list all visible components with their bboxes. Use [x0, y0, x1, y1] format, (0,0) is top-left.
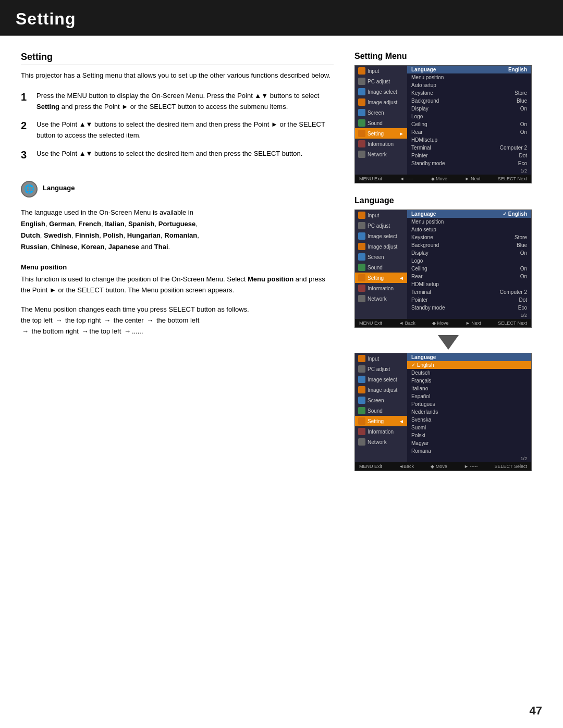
menu-item-input: Input: [355, 66, 407, 76]
input-icon: [358, 67, 365, 75]
sub-network-icon: [358, 438, 365, 446]
footer-back: ◄ -----: [400, 176, 413, 181]
menu-position-text2: The Menu position changes each time you …: [21, 304, 334, 315]
sub-imageadjust-icon: [358, 386, 365, 393]
sub-setting: Setting ◄: [355, 416, 407, 426]
right-item-menuposition: Menu position: [407, 73, 531, 81]
right-item-terminal: TerminalComputer 2: [407, 144, 531, 152]
sub-imageselect: Image select: [355, 374, 407, 385]
lang-menu-footer: MENU Exit ◄ Back ◆ Move ► Next SELECT Ne…: [355, 319, 531, 327]
lang-setting: Setting ◄: [355, 273, 407, 283]
language-romanian: Romanian: [164, 231, 197, 239]
pcadjust-icon: [358, 78, 365, 85]
menu-item-screen: Screen: [355, 107, 407, 118]
lang-portugues: Portugues: [407, 400, 531, 408]
language-chinese: Chinese: [51, 243, 78, 251]
lang-menu-right: Language ✓ English Menu position Auto se…: [407, 210, 531, 319]
language-icon-section: 🌐 Language: [21, 177, 334, 202]
lang-espanol: Español: [407, 392, 531, 400]
lang-nederlands: Nederlands: [407, 408, 531, 416]
lang-imageadjust-icon: [358, 243, 365, 250]
footer-move: ◆ Move: [431, 176, 448, 181]
lang-svenska: Svenska: [407, 416, 531, 424]
language-russian: Russian: [21, 243, 47, 251]
lang-sound: Sound: [355, 262, 407, 273]
sub-information-icon: [358, 428, 365, 435]
right-item-hdmi: HDMIsetup: [407, 136, 531, 144]
lang-imageadjust: Image adjust: [355, 241, 407, 252]
lang-francais: Français: [407, 377, 531, 385]
setting-icon: [358, 130, 365, 137]
lang-sound-icon: [358, 264, 365, 271]
information-icon: [358, 140, 365, 147]
lang-screen: Screen: [355, 252, 407, 262]
menu-item-setting: Setting ►: [355, 128, 407, 139]
lang-screen-icon: [358, 253, 365, 261]
information-label: Information: [368, 141, 394, 147]
footer-next: ► Next: [465, 176, 481, 181]
lang-page-indicator: 1/2: [407, 312, 531, 319]
language-menu-screenshot: Input PC adjust Image select Image: [354, 209, 532, 328]
sub-information: Information: [355, 426, 407, 437]
lang-imageselect: Image select: [355, 231, 407, 241]
arrow-triangle: [438, 335, 459, 350]
step-2: 2 Use the Point ▲▼ buttons to select the…: [21, 119, 334, 141]
step-3-text: Use the Point ▲▼ buttons to select the d…: [36, 149, 302, 161]
menu-item-information: Information: [355, 139, 407, 149]
language-thai: Thai: [154, 243, 168, 251]
network-icon: [358, 151, 365, 158]
submenu-header: Language: [407, 353, 531, 361]
lang-setting-icon: [358, 274, 365, 281]
right-item-logo: Logo: [407, 113, 531, 120]
lang-information-icon: [358, 285, 365, 292]
setting-menu-title: Setting Menu: [354, 52, 542, 61]
right-item-keystone: KeystoneStore: [407, 89, 531, 97]
language-dutch: Dutch: [21, 231, 40, 239]
screen-label: Screen: [368, 110, 384, 116]
right-item-rear: RearOn: [407, 128, 531, 136]
lang-deutsch: Deutsch: [407, 369, 531, 377]
right-item-background: BackgroundBlue: [407, 97, 531, 105]
submenu-page-indicator: 1/2: [407, 455, 531, 462]
lang-menu-left: Input PC adjust Image select Image: [355, 210, 407, 319]
imageadjust-label: Image adjust: [368, 100, 397, 105]
step-2-num: 2: [21, 119, 31, 141]
step-2-text: Use the Point ▲▼ buttons to select the d…: [36, 119, 334, 141]
step-1: 1 Press the MENU button to display the O…: [21, 91, 334, 113]
sub-imageselect-icon: [358, 376, 365, 383]
language-italian: Italian: [105, 220, 125, 228]
lang-information: Information: [355, 283, 407, 293]
lang-input-icon: [358, 212, 365, 219]
lang-italiano: Italiano: [407, 385, 531, 392]
setting-menu-footer: MENU Exit ◄ ----- ◆ Move ► Next SELECT N…: [355, 175, 531, 183]
sound-label: Sound: [368, 120, 383, 126]
lang-network: Network: [355, 293, 407, 304]
language-polish: Polish: [103, 231, 124, 239]
step-1-text: Press the MENU button to display the On-…: [36, 91, 334, 113]
setting-arrow: ►: [399, 131, 404, 137]
language-icon: 🌐: [21, 181, 38, 198]
menu-position-text1: This function is used to change the posi…: [21, 274, 334, 296]
language-hungarian: Hungarian: [127, 231, 161, 239]
intro-text: This projector has a Setting menu that a…: [21, 70, 334, 81]
arrow-down: [354, 335, 542, 350]
language-swedish: Swedish: [44, 231, 71, 239]
language-english: English: [21, 220, 45, 228]
lang-setting-arrow: ◄: [399, 275, 404, 281]
lang-magyar: Magyar: [407, 439, 531, 447]
page-number: 47: [530, 704, 542, 718]
menu-position-flow: the top left → the top right → the cente…: [21, 315, 334, 337]
content-area: Setting This projector has a Setting men…: [0, 36, 563, 499]
input-label: Input: [368, 68, 379, 74]
lang-network-icon: [358, 295, 365, 302]
right-item-ceiling: CeilingOn: [407, 120, 531, 128]
language-portuguese: Portuguese: [158, 220, 196, 228]
right-item-pointer: PointerDot: [407, 152, 531, 159]
sub-pcadjust-icon: [358, 365, 365, 373]
numbered-steps: 1 Press the MENU button to display the O…: [21, 91, 334, 161]
imageselect-icon: [358, 88, 365, 95]
sub-setting-arrow: ◄: [399, 418, 404, 424]
right-item-label: Menu position: [411, 75, 444, 80]
menu-position-title: Menu position: [21, 263, 334, 271]
menu-item-imageselect: Image select: [355, 87, 407, 97]
